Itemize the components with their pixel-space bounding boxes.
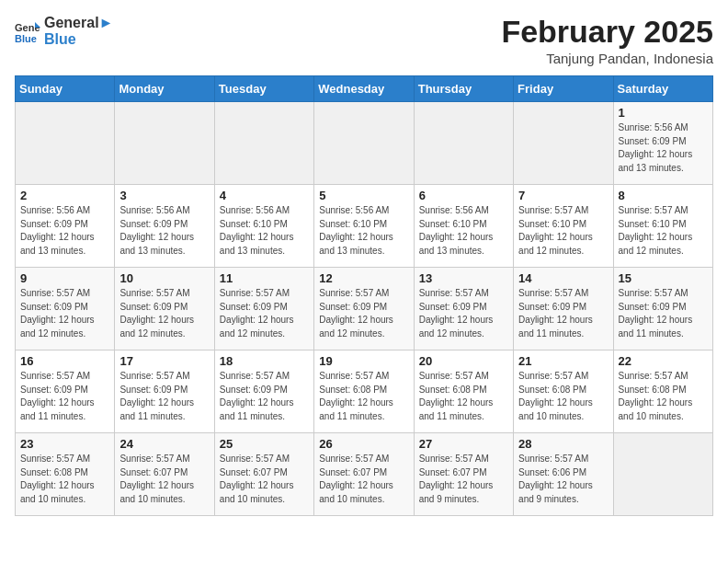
day-number: 2 [20,189,109,202]
day-info: Sunrise: 5:57 AM Sunset: 6:09 PM Dayligh… [518,287,608,340]
calendar-cell: 21Sunrise: 5:57 AM Sunset: 6:08 PM Dayli… [514,350,613,433]
calendar-cell: 1Sunrise: 5:56 AM Sunset: 6:09 PM Daylig… [613,102,712,185]
day-info: Sunrise: 5:57 AM Sunset: 6:07 PM Dayligh… [119,453,209,506]
logo-blue: Blue [44,31,113,48]
day-number: 14 [518,271,608,285]
header-day-wednesday: Wednesday [314,76,414,102]
calendar-cell: 18Sunrise: 5:57 AM Sunset: 6:09 PM Dayli… [214,350,313,433]
day-number: 15 [619,271,708,285]
svg-text:Blue: Blue [15,33,37,44]
day-number: 19 [319,354,408,368]
day-number: 10 [119,271,209,285]
day-number: 9 [20,271,109,285]
day-info: Sunrise: 5:57 AM Sunset: 6:06 PM Dayligh… [518,453,608,506]
day-info: Sunrise: 5:56 AM Sunset: 6:10 PM Dayligh… [220,204,309,258]
calendar-cell: 19Sunrise: 5:57 AM Sunset: 6:08 PM Dayli… [314,350,414,433]
calendar-cell: 17Sunrise: 5:57 AM Sunset: 6:09 PM Dayli… [115,350,214,433]
day-number: 23 [20,437,109,451]
calendar-table: SundayMondayTuesdayWednesdayThursdayFrid… [15,75,713,516]
calendar-title: February 2025 [501,15,713,49]
day-info: Sunrise: 5:57 AM Sunset: 6:07 PM Dayligh… [220,453,309,506]
calendar-cell: 9Sunrise: 5:57 AM Sunset: 6:09 PM Daylig… [16,268,115,350]
day-number: 28 [518,437,608,451]
calendar-subtitle: Tanjung Pandan, Indonesia [501,51,713,66]
day-info: Sunrise: 5:57 AM Sunset: 6:09 PM Dayligh… [119,287,209,340]
calendar-cell: 6Sunrise: 5:56 AM Sunset: 6:10 PM Daylig… [414,185,513,268]
header-day-thursday: Thursday [414,76,513,102]
calendar-cell: 2Sunrise: 5:56 AM Sunset: 6:09 PM Daylig… [16,185,115,268]
header-day-sunday: Sunday [16,76,115,102]
day-number: 26 [319,437,408,451]
day-info: Sunrise: 5:57 AM Sunset: 6:09 PM Dayligh… [319,287,408,340]
logo: General Blue General► Blue [15,15,113,47]
day-number: 20 [419,354,508,368]
calendar-cell: 10Sunrise: 5:57 AM Sunset: 6:09 PM Dayli… [115,268,214,350]
day-info: Sunrise: 5:57 AM Sunset: 6:10 PM Dayligh… [518,204,608,258]
calendar-cell: 3Sunrise: 5:56 AM Sunset: 6:09 PM Daylig… [115,185,214,268]
calendar-body: 1Sunrise: 5:56 AM Sunset: 6:09 PM Daylig… [16,102,713,516]
calendar-cell: 8Sunrise: 5:57 AM Sunset: 6:10 PM Daylig… [613,185,712,268]
calendar-cell: 28Sunrise: 5:57 AM Sunset: 6:06 PM Dayli… [514,433,613,516]
day-number: 7 [518,189,608,202]
day-info: Sunrise: 5:57 AM Sunset: 6:07 PM Dayligh… [419,453,508,506]
day-number: 27 [419,437,508,451]
day-number: 13 [419,271,508,285]
calendar-cell [16,102,115,185]
day-info: Sunrise: 5:57 AM Sunset: 6:08 PM Dayligh… [518,370,608,423]
day-number: 24 [119,437,209,451]
day-number: 16 [20,354,109,368]
logo-icon: General Blue [15,18,40,44]
calendar-cell: 7Sunrise: 5:57 AM Sunset: 6:10 PM Daylig… [514,185,613,268]
day-info: Sunrise: 5:57 AM Sunset: 6:08 PM Dayligh… [619,370,708,423]
day-info: Sunrise: 5:57 AM Sunset: 6:09 PM Dayligh… [20,287,109,340]
day-number: 3 [119,189,209,202]
calendar-cell: 16Sunrise: 5:57 AM Sunset: 6:09 PM Dayli… [16,350,115,433]
page-header: General Blue General► Blue February 2025… [15,15,713,66]
day-info: Sunrise: 5:57 AM Sunset: 6:08 PM Dayligh… [319,370,408,423]
day-info: Sunrise: 5:57 AM Sunset: 6:09 PM Dayligh… [20,370,109,423]
calendar-cell: 13Sunrise: 5:57 AM Sunset: 6:09 PM Dayli… [414,268,513,350]
title-block: February 2025 Tanjung Pandan, Indonesia [501,15,713,66]
header-day-saturday: Saturday [613,76,712,102]
day-info: Sunrise: 5:56 AM Sunset: 6:10 PM Dayligh… [419,204,508,258]
day-number: 1 [619,106,708,120]
day-info: Sunrise: 5:57 AM Sunset: 6:09 PM Dayligh… [220,370,309,423]
day-info: Sunrise: 5:57 AM Sunset: 6:10 PM Dayligh… [619,204,708,258]
header-day-friday: Friday [514,76,613,102]
calendar-cell: 4Sunrise: 5:56 AM Sunset: 6:10 PM Daylig… [214,185,313,268]
day-number: 17 [119,354,209,368]
calendar-cell [514,102,613,185]
calendar-cell [214,102,313,185]
day-number: 4 [220,189,309,202]
day-number: 22 [619,354,708,368]
day-number: 12 [319,271,408,285]
day-info: Sunrise: 5:56 AM Sunset: 6:09 PM Dayligh… [619,121,708,175]
week-row-3: 9Sunrise: 5:57 AM Sunset: 6:09 PM Daylig… [16,268,713,350]
day-number: 5 [319,189,408,202]
day-info: Sunrise: 5:57 AM Sunset: 6:07 PM Dayligh… [319,453,408,506]
day-info: Sunrise: 5:57 AM Sunset: 6:08 PM Dayligh… [419,370,508,423]
logo-general: General► [44,15,113,31]
day-info: Sunrise: 5:56 AM Sunset: 6:09 PM Dayligh… [20,204,109,258]
week-row-4: 16Sunrise: 5:57 AM Sunset: 6:09 PM Dayli… [16,350,713,433]
calendar-cell: 14Sunrise: 5:57 AM Sunset: 6:09 PM Dayli… [514,268,613,350]
header-day-monday: Monday [115,76,214,102]
day-number: 8 [619,189,708,202]
calendar-cell [613,433,712,516]
day-number: 11 [220,271,309,285]
calendar-cell: 5Sunrise: 5:56 AM Sunset: 6:10 PM Daylig… [314,185,414,268]
calendar-cell: 15Sunrise: 5:57 AM Sunset: 6:09 PM Dayli… [613,268,712,350]
week-row-5: 23Sunrise: 5:57 AM Sunset: 6:08 PM Dayli… [16,433,713,516]
day-info: Sunrise: 5:56 AM Sunset: 6:10 PM Dayligh… [319,204,408,258]
calendar-cell: 26Sunrise: 5:57 AM Sunset: 6:07 PM Dayli… [314,433,414,516]
day-info: Sunrise: 5:57 AM Sunset: 6:08 PM Dayligh… [20,453,109,506]
calendar-cell [115,102,214,185]
day-info: Sunrise: 5:57 AM Sunset: 6:09 PM Dayligh… [419,287,508,340]
calendar-header: SundayMondayTuesdayWednesdayThursdayFrid… [16,76,713,102]
day-number: 6 [419,189,508,202]
day-info: Sunrise: 5:57 AM Sunset: 6:09 PM Dayligh… [220,287,309,340]
day-number: 25 [220,437,309,451]
calendar-cell [314,102,414,185]
calendar-cell: 11Sunrise: 5:57 AM Sunset: 6:09 PM Dayli… [214,268,313,350]
week-row-1: 1Sunrise: 5:56 AM Sunset: 6:09 PM Daylig… [16,102,713,185]
